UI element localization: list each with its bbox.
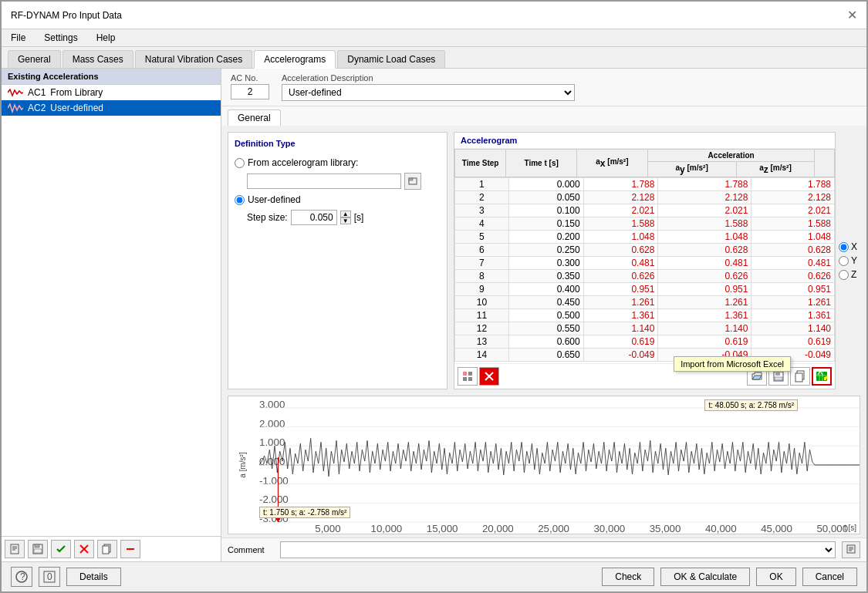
table-row[interactable]: 100.4501.2611.2611.261 [455, 296, 835, 309]
sidebar-delete-button[interactable] [74, 540, 94, 558]
axis-z-radio[interactable] [839, 270, 849, 280]
sidebar-save-button[interactable] [28, 540, 48, 558]
step-down-button[interactable]: ▼ [340, 217, 351, 224]
table-row[interactable]: 110.5001.3611.3611.361 [455, 309, 835, 322]
table-row[interactable]: 130.6000.6190.6190.619 [455, 335, 835, 349]
step-unit: [s] [354, 212, 364, 223]
table-cell: 0.619 [583, 335, 658, 349]
table-cell: 0.100 [508, 204, 583, 217]
svg-rect-10 [103, 546, 109, 554]
table-row[interactable]: 120.5501.1401.1401.140 [455, 322, 835, 335]
sidebar-copy-button[interactable] [97, 540, 117, 558]
axis-z-row[interactable]: Z [839, 269, 857, 280]
table-cell: 2 [455, 191, 509, 204]
main-panel: AC No. 2 Acceleration Description User-d… [221, 69, 866, 561]
cancel-button[interactable]: Cancel [802, 568, 857, 586]
help-icon-button[interactable]: ? [11, 567, 32, 587]
accel-copy-button[interactable] [790, 367, 810, 386]
library-input-row [247, 173, 441, 190]
svg-rect-22 [775, 377, 782, 380]
table-row[interactable]: 40.1501.5881.5881.588 [455, 217, 835, 231]
accel-import-excel-button[interactable]: X [812, 367, 832, 386]
ok-button[interactable]: OK [756, 568, 795, 586]
chart-t-label: t [s] [844, 524, 856, 532]
svg-text:-2.000: -2.000 [259, 495, 289, 505]
tab-accelerograms[interactable]: Accelerograms [254, 50, 336, 69]
table-cell: -0.049 [583, 349, 658, 362]
sidebar-add-button[interactable] [5, 540, 25, 558]
step-spinner: ▲ ▼ [340, 211, 351, 224]
definition-panel: Definition Type From accelerogram librar… [228, 132, 448, 389]
details-button[interactable]: Details [66, 568, 121, 586]
tab-mass-cases[interactable]: Mass Cases [62, 50, 133, 68]
table-cell: 1.048 [658, 231, 751, 244]
accel-table-body: 10.0001.7881.7881.78820.0502.1282.1282.1… [454, 177, 835, 362]
axis-x-row[interactable]: X [839, 241, 857, 252]
axis-y-row[interactable]: Y [839, 255, 857, 266]
col-acceleration: Acceleration [647, 150, 815, 162]
accel-table-scroll[interactable]: 10.0001.7881.7881.78820.0502.1282.1282.1… [454, 177, 835, 363]
accel-delete-row-button[interactable] [479, 367, 499, 386]
radio-library-label: From accelerogram library: [248, 157, 358, 168]
sidebar-remove-button[interactable] [120, 540, 140, 558]
accel-add-row-button[interactable] [458, 367, 478, 386]
table-row[interactable]: 60.2500.6280.6280.628 [455, 244, 835, 257]
menu-file[interactable]: File [8, 31, 29, 45]
menu-settings[interactable]: Settings [41, 31, 80, 45]
table-cell: 1.048 [751, 231, 835, 244]
table-cell: 7 [455, 257, 509, 270]
table-cell: 5 [455, 231, 509, 244]
table-cell: 9 [455, 283, 509, 296]
table-cell: 1.588 [583, 217, 658, 231]
sidebar-label-ac2: User-defined [50, 103, 103, 113]
table-cell: 1.361 [658, 309, 751, 322]
axis-y-radio[interactable] [839, 256, 849, 266]
table-row[interactable]: 70.3000.4810.4810.481 [455, 257, 835, 270]
info-button[interactable]: 0 [39, 567, 60, 587]
step-input[interactable] [291, 210, 337, 225]
table-cell: 1.361 [751, 309, 835, 322]
tab-general[interactable]: General [8, 50, 61, 68]
svg-text:20,000: 20,000 [482, 524, 514, 534]
tab-general-sub[interactable]: General [228, 110, 281, 126]
close-button[interactable]: ✕ [847, 8, 857, 22]
table-row[interactable]: 20.0502.1282.1282.128 [455, 191, 835, 204]
sidebar-item-ac1[interactable]: AC1 From Library [2, 85, 221, 100]
table-row[interactable]: 30.1002.0212.0212.021 [455, 204, 835, 217]
check-button[interactable]: Check [602, 568, 654, 586]
radio-group: From accelerogram library: User-defined [235, 157, 441, 225]
ok-calculate-button[interactable]: OK & Calculate [660, 568, 750, 586]
radio-userdefined[interactable] [235, 195, 245, 205]
desc-dropdown[interactable]: User-defined [282, 84, 575, 101]
tab-dynamic-load-cases[interactable]: Dynamic Load Cases [337, 50, 445, 68]
sidebar-toolbar [2, 536, 221, 561]
svg-text:3.000: 3.000 [259, 399, 285, 409]
chart-y-label: a [m/s²] [238, 452, 247, 477]
comment-edit-button[interactable] [842, 541, 860, 558]
radio-library[interactable] [235, 158, 245, 168]
menu-help[interactable]: Help [93, 31, 119, 45]
table-row[interactable]: 10.0001.7881.7881.788 [455, 178, 835, 191]
library-browse-button[interactable] [404, 173, 421, 190]
bottom-left: ? 0 Details [11, 567, 121, 587]
accel-toolbar-left [458, 367, 499, 386]
comment-dropdown[interactable] [280, 541, 836, 558]
table-cell: 1.261 [583, 296, 658, 309]
svg-text:35,000: 35,000 [650, 524, 681, 534]
radio-userdefined-row[interactable]: User-defined [235, 194, 441, 205]
comment-row: Comment [221, 537, 866, 561]
sidebar-check-button[interactable] [51, 540, 71, 558]
radio-library-row[interactable]: From accelerogram library: [235, 157, 441, 168]
svg-rect-21 [775, 372, 780, 376]
tab-vibration-cases[interactable]: Natural Vibration Cases [135, 50, 253, 68]
axis-x-radio[interactable] [839, 242, 849, 252]
desc-select-row: User-defined [282, 84, 857, 101]
step-up-button[interactable]: ▲ [340, 211, 351, 217]
table-row[interactable]: 50.2001.0481.0481.048 [455, 231, 835, 244]
comment-label: Comment [228, 545, 274, 554]
sidebar-item-ac2[interactable]: AC2 User-defined [2, 100, 221, 116]
table-row[interactable]: 80.3500.6260.6260.626 [455, 270, 835, 283]
table-row[interactable]: 90.4000.9510.9510.951 [455, 283, 835, 296]
col-time-step: Time Step [455, 150, 506, 177]
library-input-field[interactable] [247, 174, 401, 189]
